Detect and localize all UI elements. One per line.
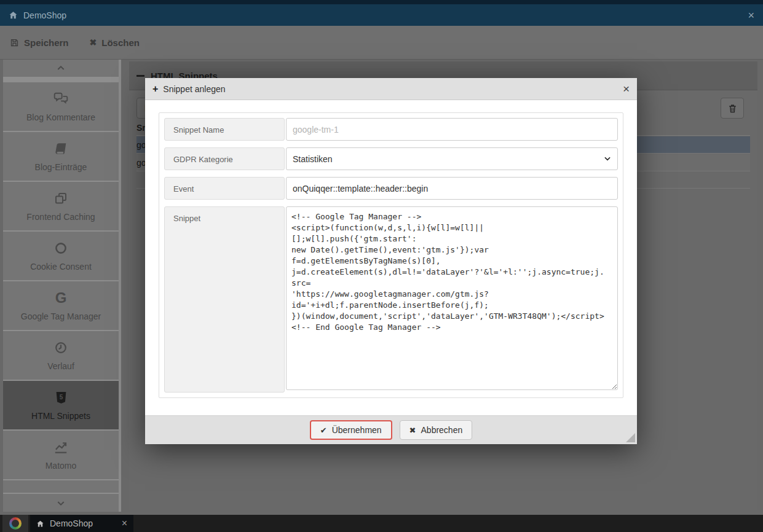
svg-text:5: 5 <box>59 394 63 401</box>
dialog-title: Snippet anlegen <box>163 84 225 94</box>
circle-icon <box>53 240 68 256</box>
html5-icon: 5 <box>54 389 68 405</box>
snippet-code-textarea[interactable]: <!-- Google Tag Manager --> <script>(fun… <box>286 206 618 390</box>
event-label: Event <box>164 177 285 200</box>
window-top-strip <box>0 0 763 4</box>
sidebar-item-cookie-consent[interactable]: Cookie Consent <box>3 232 119 280</box>
snippet-dialog: + Snippet anlegen × Snippet Name GDPR Ka… <box>145 78 637 444</box>
sidebar-splitter[interactable] <box>119 60 121 512</box>
sidebar-item-label: Google Tag Manager <box>21 311 101 321</box>
sidebar-item-label: Cookie Consent <box>30 262 92 272</box>
sidebar-item-frontend-caching[interactable]: Frontend Caching <box>3 182 119 230</box>
save-button[interactable]: Speichern <box>10 37 69 48</box>
taskbar: DemoShop × <box>0 515 763 532</box>
trash-icon <box>727 103 738 114</box>
dialog-body: Snippet Name GDPR Kategorie Statistiken <box>145 100 637 415</box>
taskbar-tab-label: DemoShop <box>50 518 93 528</box>
gdpr-label: GDPR Kategorie <box>164 147 285 170</box>
check-icon: ✔ <box>320 426 327 435</box>
floppy-icon <box>10 38 19 47</box>
snippet-name-input[interactable] <box>286 118 618 141</box>
cancel-label: Abbrechen <box>421 425 463 435</box>
app-title: DemoShop <box>23 10 66 20</box>
delete-snippet-button[interactable] <box>721 98 744 119</box>
event-input[interactable] <box>286 177 618 200</box>
copy-icon <box>53 190 68 206</box>
comments-icon <box>53 91 69 107</box>
window-close-icon[interactable]: × <box>748 10 754 21</box>
sidebar-item-blog-kommentare[interactable]: Blog Kommentare <box>3 82 119 131</box>
book-icon <box>53 141 69 157</box>
field-row-snippet: Snippet <!-- Google Tag Manager --> <scr… <box>164 206 618 393</box>
apply-label: Übernehmen <box>332 425 382 435</box>
chevron-down-icon <box>56 498 66 508</box>
field-row-gdpr: GDPR Kategorie Statistiken <box>164 147 618 170</box>
sidebar-item-label: Matomo <box>45 461 77 471</box>
save-label: Speichern <box>24 37 69 48</box>
gdpr-select[interactable]: Statistiken <box>286 147 618 170</box>
home-icon <box>36 520 44 528</box>
delete-label: Löschen <box>101 37 140 48</box>
clock-icon <box>53 340 68 356</box>
module-sidebar: Blog Kommentare Blog-Einträge Frontend C… <box>3 60 119 512</box>
sidebar-scroll-up[interactable] <box>3 60 119 77</box>
app-titlebar: DemoShop × <box>0 4 763 26</box>
delete-button[interactable]: ✖ Löschen <box>90 37 140 48</box>
sidebar-item-matomo[interactable]: Matomo <box>3 431 119 479</box>
letter-g-icon: G <box>55 290 67 306</box>
dialog-close-icon[interactable]: × <box>623 83 630 95</box>
collapse-icon[interactable] <box>136 75 144 77</box>
sidebar-item-verlauf[interactable]: Verlauf <box>3 331 119 380</box>
main-toolbar: Speichern ✖ Löschen <box>0 26 763 60</box>
chart-line-icon <box>53 439 69 455</box>
cancel-button[interactable]: ✖ Abbrechen <box>400 420 473 440</box>
sidebar-item-html-snippets[interactable]: 5 HTML Snippets <box>3 381 119 429</box>
taskbar-tab-demoshop[interactable]: DemoShop × <box>30 515 133 532</box>
dialog-header: + Snippet anlegen × <box>145 78 637 100</box>
home-icon <box>9 10 18 20</box>
sidebar-item-label: Blog Kommentare <box>26 112 95 122</box>
field-row-snippet-name: Snippet Name <box>164 118 618 141</box>
sidebar-item-blog-eintraege[interactable]: Blog-Einträge <box>3 132 119 181</box>
chevron-up-icon <box>56 63 66 73</box>
plus-icon: + <box>152 84 158 94</box>
quiqqer-logo-icon <box>9 517 22 530</box>
x-icon: ✖ <box>409 426 416 435</box>
field-row-event: Event <box>164 177 618 200</box>
delete-x-icon: ✖ <box>90 37 97 47</box>
sidebar-item-label: Verlauf <box>47 361 74 371</box>
quiqqer-menu-button[interactable] <box>2 515 28 532</box>
sidebar-scroll-down[interactable] <box>3 494 119 512</box>
snippet-label: Snippet <box>164 206 285 393</box>
form-fields: Snippet Name GDPR Kategorie Statistiken <box>159 112 623 398</box>
sidebar-item-google-tag-manager[interactable]: G Google Tag Manager <box>3 281 119 330</box>
dialog-footer: ✔ Übernehmen ✖ Abbrechen <box>145 415 637 444</box>
dialog-resize-handle[interactable] <box>626 433 635 442</box>
apply-button[interactable]: ✔ Übernehmen <box>310 420 392 440</box>
sidebar-spacer-cell <box>3 480 119 493</box>
snippet-name-label: Snippet Name <box>164 118 285 141</box>
sidebar-item-label: HTML Snippets <box>31 411 90 421</box>
sidebar-item-label: Frontend Caching <box>26 212 95 222</box>
sidebar-item-label: Blog-Einträge <box>35 162 87 172</box>
tab-close-icon[interactable]: × <box>122 518 127 528</box>
